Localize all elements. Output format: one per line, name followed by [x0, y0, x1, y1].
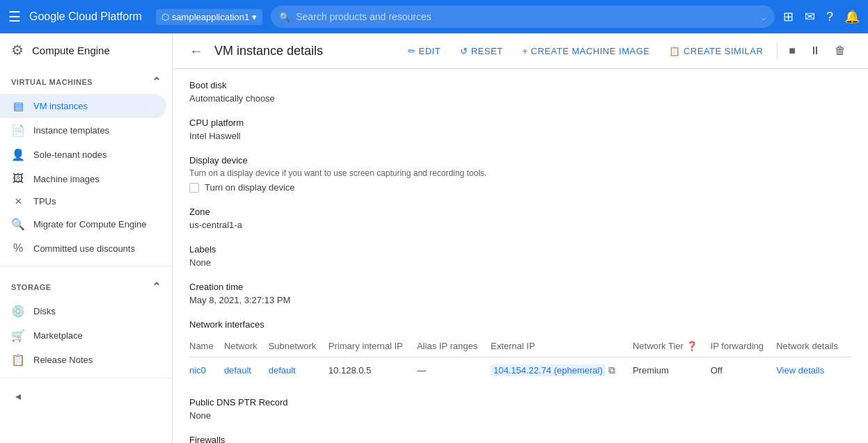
header-actions: ✏ EDIT ↺ RESET + CREATE MACHINE IMAGE 📋 … — [400, 40, 851, 61]
sidebar-divider-2 — [0, 378, 172, 378]
cpu-platform-label: CPU platform — [189, 118, 851, 128]
sidebar-item-release-notes[interactable]: 📋 Release Notes — [0, 348, 166, 372]
sidebar-item-marketplace[interactable]: 🛒 Marketplace — [0, 323, 166, 348]
cell-external-ip: 104.154.22.74 (ephemeral) ⧉ — [491, 357, 633, 384]
cell-subnetwork: default — [269, 357, 329, 384]
network-interfaces-table: Name Network Subnetwork Primary internal… — [189, 335, 851, 383]
project-selector[interactable]: ⬡ sampleapplication1 ▾ — [156, 9, 262, 25]
copy-ip-icon[interactable]: ⧉ — [608, 364, 615, 376]
nic-link[interactable]: nic0 — [189, 365, 206, 376]
back-button[interactable]: ← — [189, 43, 203, 59]
sidebar-item-migrate[interactable]: 🔍 Migrate for Compute Engine — [0, 212, 166, 236]
mail-icon[interactable]: ✉ — [805, 9, 815, 24]
sidebar-collapse-button[interactable]: ◂ — [0, 384, 166, 408]
cell-primary-ip: 10.128.0.5 — [329, 357, 417, 384]
network-interfaces-label: Network interfaces — [189, 319, 851, 330]
boot-disk-label: Boot disk — [189, 80, 851, 90]
search-icon: 🔍 — [279, 12, 290, 22]
help-icon[interactable]: ? — [826, 10, 833, 24]
storage-section-collapse[interactable]: ⌃ — [152, 280, 161, 293]
storage-section-header: Storage ⌃ — [0, 272, 172, 299]
zone-label: Zone — [189, 207, 851, 217]
delete-button[interactable]: 🗑 — [829, 40, 851, 61]
external-ip-value: 104.154.22.74 (ephemeral) — [491, 364, 606, 376]
search-input[interactable] — [296, 11, 755, 22]
machine-images-icon: 🖼 — [11, 172, 25, 185]
creation-time-value: May 8, 2021, 3:27:13 PM — [189, 295, 851, 305]
topbar: ☰ Google Cloud Platform ⬡ sampleapplicat… — [0, 0, 868, 33]
edit-icon: ✏ — [408, 46, 416, 56]
cell-ip-forwarding: Off — [711, 357, 776, 384]
sidebar-item-tpus[interactable]: ✕ TPUs — [0, 191, 166, 212]
col-network-details: Network details — [776, 335, 851, 357]
cell-network: default — [224, 357, 269, 384]
project-chevron: ▾ — [252, 12, 257, 22]
project-icon: ⬡ — [161, 12, 169, 22]
display-device-desc: Turn on a display device if you want to … — [189, 168, 851, 178]
firewalls-label: Firewalls — [189, 435, 851, 443]
sidebar-item-disks[interactable]: 💿 Disks — [0, 299, 166, 323]
page-header: ← VM instance details ✏ EDIT ↺ RESET + C… — [173, 33, 868, 69]
stop-icon: ■ — [789, 45, 796, 56]
actions-divider — [777, 42, 778, 59]
display-device-checkbox-row: Turn on display device — [189, 182, 851, 193]
sidebar-item-vm-instances[interactable]: ▤ VM instances — [0, 94, 166, 118]
delete-icon: 🗑 — [835, 45, 846, 56]
boot-disk-value: Automatically choose — [189, 93, 851, 104]
layout: ⚙ Compute Engine Virtual machines ⌃ ▤ VM… — [0, 33, 868, 443]
network-tier-help-icon[interactable]: ❓ — [686, 341, 697, 351]
display-device-label: Display device — [189, 155, 851, 166]
cpu-platform-value: Intel Haswell — [189, 131, 851, 141]
sidebar-item-machine-images[interactable]: 🖼 Machine images — [0, 167, 166, 191]
disks-icon: 💿 — [11, 305, 25, 318]
boot-disk-field: Boot disk Automatically choose — [189, 80, 851, 104]
sidebar: ⚙ Compute Engine Virtual machines ⌃ ▤ VM… — [0, 33, 173, 443]
public-dns-value: None — [189, 410, 851, 421]
grid-icon[interactable]: ⊞ — [783, 9, 794, 24]
table-header-row: Name Network Subnetwork Primary internal… — [189, 335, 851, 357]
vm-section-collapse[interactable]: ⌃ — [152, 75, 161, 88]
col-primary-ip: Primary internal IP — [329, 335, 417, 357]
cell-network-details: View details — [776, 357, 851, 384]
vm-instances-icon: ▤ — [11, 99, 25, 113]
release-notes-icon: 📋 — [11, 353, 25, 367]
discounts-icon: % — [11, 242, 25, 255]
product-title: ⚙ Compute Engine — [0, 33, 172, 67]
cell-name: nic0 — [189, 357, 224, 384]
project-name: sampleapplication1 — [172, 12, 249, 22]
display-device-checkbox[interactable] — [189, 183, 199, 193]
sidebar-item-instance-templates[interactable]: 📄 Instance templates — [0, 118, 166, 143]
search-expand-icon: ⌵ — [761, 12, 766, 22]
detail-content: Boot disk Automatically choose CPU platf… — [173, 69, 868, 443]
view-details-link[interactable]: View details — [776, 365, 824, 376]
creation-time-field: Creation time May 8, 2021, 3:27:13 PM — [189, 282, 851, 305]
stop-button[interactable]: ■ — [783, 40, 801, 61]
create-machine-image-icon: + — [523, 46, 528, 56]
col-subnetwork: Subnetwork — [269, 335, 329, 357]
reset-button[interactable]: ↺ RESET — [452, 42, 511, 61]
marketplace-icon: 🛒 — [11, 329, 25, 342]
sole-tenant-icon: 👤 — [11, 148, 25, 161]
sidebar-item-committed-discounts[interactable]: % Committed use discounts — [0, 236, 166, 260]
public-dns-label: Public DNS PTR Record — [189, 397, 851, 408]
labels-label: Labels — [189, 244, 851, 255]
search-bar[interactable]: 🔍 ⌵ — [271, 6, 775, 28]
create-similar-button[interactable]: 📋 CREATE SIMILAR — [661, 42, 771, 61]
col-alias-ip: Alias IP ranges — [417, 335, 491, 357]
network-link[interactable]: default — [224, 365, 251, 376]
edit-button[interactable]: ✏ EDIT — [400, 42, 449, 61]
subnetwork-link[interactable]: default — [269, 365, 296, 376]
sidebar-item-sole-tenant-nodes[interactable]: 👤 Sole-tenant nodes — [0, 143, 166, 167]
pause-icon: ⏸ — [810, 45, 821, 56]
menu-icon[interactable]: ☰ — [8, 8, 21, 25]
reset-icon: ↺ — [460, 46, 468, 56]
external-ip-cell: 104.154.22.74 (ephemeral) ⧉ — [491, 364, 624, 376]
create-machine-image-button[interactable]: + CREATE MACHINE IMAGE — [514, 42, 658, 61]
display-device-checkbox-label: Turn on display device — [205, 182, 295, 193]
pause-button[interactable]: ⏸ — [804, 40, 826, 61]
topbar-icons: ⊞ ✉ ? 🔔 — [783, 9, 860, 24]
bell-icon[interactable]: 🔔 — [844, 9, 860, 24]
col-external-ip: External IP — [491, 335, 633, 357]
sidebar-divider — [0, 266, 172, 266]
col-ip-forwarding: IP forwarding — [711, 335, 776, 357]
